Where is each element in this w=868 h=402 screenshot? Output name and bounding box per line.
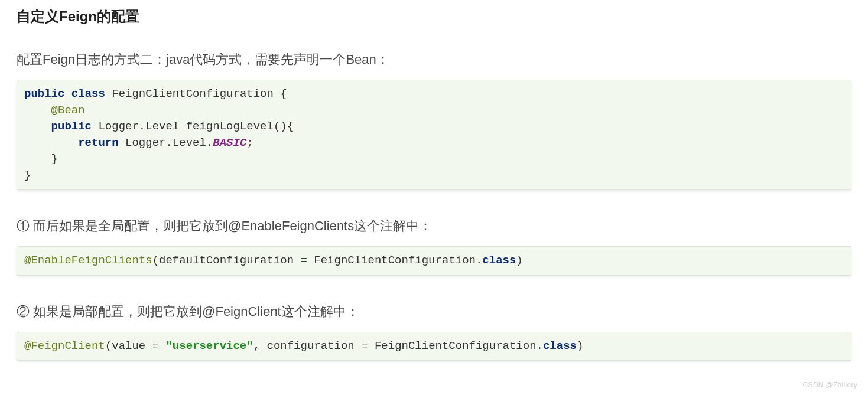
code-text: ; (246, 136, 253, 149)
keyword-class: class (482, 254, 516, 267)
code-text: , configuration = FeignClientConfigurati… (253, 339, 543, 352)
paragraph-text: 而后如果是全局配置，则把它放到@EnableFeignClients这个注解中： (30, 218, 432, 233)
page-title: 自定义Feign的配置 (17, 7, 851, 26)
watermark-text: CSDN @Zhillery (803, 381, 857, 389)
annotation-bean: @Bean (51, 104, 85, 117)
code-text: (defaultConfiguration = FeignClientConfi… (152, 254, 483, 267)
annotation-feign-client: @FeignClient (24, 339, 105, 352)
circled-number-1: ① (17, 218, 30, 233)
code-text: FeignClientConfiguration { (105, 87, 287, 100)
code-text: } (24, 152, 58, 165)
keyword-return: return (78, 136, 118, 149)
code-text: Logger.Level feignLogLevel(){ (92, 120, 294, 133)
document-page: 自定义Feign的配置 配置Feign日志的方式二：java代码方式，需要先声明… (0, 0, 868, 390)
code-text: ) (577, 339, 583, 352)
code-block-enable-feign-clients: @EnableFeignClients(defaultConfiguration… (17, 246, 851, 276)
string-userservice: "userservice" (165, 339, 253, 352)
intro-paragraph: 配置Feign日志的方式二：java代码方式，需要先声明一个Bean： (17, 50, 851, 69)
code-text: Logger.Level. (119, 136, 213, 149)
keyword-public: public (24, 87, 64, 100)
keyword-class: class (71, 87, 105, 100)
code-text: ) (516, 254, 522, 267)
paragraph-text: 如果是局部配置，则把它放到@FeignClient这个注解中： (30, 304, 359, 319)
code-text: } (24, 169, 31, 182)
constant-basic: BASIC (213, 136, 246, 149)
keyword-public: public (51, 120, 92, 133)
code-block-bean-declaration: public class FeignClientConfiguration { … (17, 80, 851, 190)
code-text: (value = (105, 339, 166, 352)
keyword-class: class (543, 339, 577, 352)
code-block-feign-client: @FeignClient(value = "userservice", conf… (17, 332, 851, 361)
paragraph-local-config: ② 如果是局部配置，则把它放到@FeignClient这个注解中： (17, 302, 851, 321)
paragraph-global-config: ① 而后如果是全局配置，则把它放到@EnableFeignClients这个注解… (17, 216, 851, 236)
circled-number-2: ② (17, 304, 30, 319)
annotation-enable-feign-clients: @EnableFeignClients (24, 254, 152, 267)
